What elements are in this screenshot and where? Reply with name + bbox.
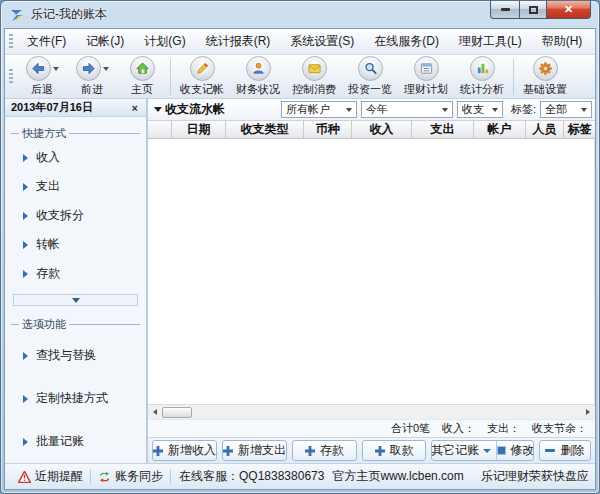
forward-button[interactable]: 前进 [67, 55, 117, 98]
minimize-button[interactable] [490, 1, 519, 19]
arrow-icon [23, 352, 28, 360]
window-controls: ✕ [490, 1, 591, 19]
bar-chart-icon [470, 56, 495, 81]
menu-item-bookkeeping[interactable]: 记帐(J) [76, 29, 134, 54]
deposit-button[interactable]: 存款 [292, 440, 357, 461]
summary-expense: 支出： [487, 421, 520, 436]
collapse-caret-icon[interactable] [154, 107, 162, 112]
finance-status-label: 财务状况 [236, 82, 280, 97]
panel-title: 收支流水帐 [165, 101, 277, 118]
scroll-right-icon[interactable] [581, 405, 595, 419]
period-filter[interactable]: 今年 [361, 101, 453, 118]
delete-label: 删除 [560, 442, 584, 459]
horizontal-scrollbar[interactable] [148, 404, 595, 419]
column-header-account[interactable]: 帐户 [474, 121, 526, 138]
sidebar-header: 2013年07月16日 × [5, 99, 146, 117]
table-header-row: 日期 收支类型 币种 收入 支出 帐户 人员 标签 [148, 120, 595, 139]
sidebar-item-income[interactable]: 收入 [5, 143, 146, 172]
column-header-person[interactable]: 人员 [526, 121, 564, 138]
forward-dropdown-caret-icon[interactable] [103, 67, 109, 71]
account-sync-button[interactable]: 账务同步 [91, 468, 170, 485]
scrollbar-thumb[interactable] [162, 407, 192, 418]
toolbar-separator [513, 59, 514, 95]
menu-item-tools[interactable]: 理财工具(L) [449, 29, 532, 54]
delete-button[interactable]: 删除 [539, 440, 591, 461]
sidebar-close-icon[interactable]: × [130, 102, 140, 114]
sidebar-item-transfer[interactable]: 转帐 [5, 230, 146, 259]
tag-filter-label: 标签: [511, 102, 536, 117]
finance-status-button[interactable]: 财务状况 [230, 55, 286, 98]
back-button[interactable]: 后退 [17, 55, 67, 98]
shortcuts-expander[interactable] [13, 294, 138, 306]
toolbar-separator [170, 59, 171, 95]
group-title-shortcuts: 快捷方式 [11, 126, 140, 141]
other-record-button[interactable]: 其它记账 [431, 441, 491, 460]
window-title: 乐记-我的账本 [31, 6, 107, 23]
sidebar-item-customize-shortcut[interactable]: 定制快捷方式 [5, 377, 146, 420]
add-income-label: 新增收入 [168, 442, 216, 459]
menu-item-reports[interactable]: 统计报表(R) [196, 29, 281, 54]
column-header-date[interactable]: 日期 [172, 121, 226, 138]
other-record-label: 其它记账 [431, 442, 479, 459]
modify-button[interactable]: 修改 [496, 441, 534, 460]
sidebar-item-batch-record[interactable]: 批量记账 [5, 420, 146, 463]
investment-overview-button[interactable]: 投资一览 [342, 55, 398, 98]
add-income-button[interactable]: 新增收入 [152, 440, 217, 461]
column-header-currency[interactable]: 币种 [304, 121, 352, 138]
maximize-button[interactable] [519, 1, 546, 19]
column-header-income[interactable]: 收入 [352, 121, 412, 138]
sidebar-item-find-replace[interactable]: 查找与替换 [5, 334, 146, 377]
title-bar[interactable]: 乐记-我的账本 ✕ [1, 1, 599, 28]
withdraw-button[interactable]: 取款 [362, 440, 427, 461]
calendar-icon [414, 56, 439, 81]
client-area: 文件(F) 记帐(J) 计划(G) 统计报表(R) 系统设置(S) 在线服务(D… [4, 28, 596, 490]
summary-total: 合计0笔 [391, 421, 430, 436]
recent-reminder-button[interactable]: 近期提醒 [11, 468, 90, 485]
financial-plan-button[interactable]: 理财计划 [398, 55, 454, 98]
plus-icon [375, 446, 385, 456]
menu-item-file[interactable]: 文件(F) [17, 29, 76, 54]
sidebar-item-label: 定制快捷方式 [36, 390, 108, 407]
column-header-expense[interactable]: 支出 [412, 121, 474, 138]
minus-icon [545, 449, 555, 452]
other-record-modify-group: 其它记账 修改 [431, 440, 533, 461]
type-filter[interactable]: 收支 [457, 101, 503, 118]
basic-settings-button[interactable]: 基础设置 [517, 55, 573, 98]
transactions-table-body[interactable] [148, 139, 595, 404]
menu-item-help[interactable]: 帮助(H) [532, 29, 593, 54]
account-filter[interactable]: 所有帐户 [281, 101, 357, 118]
scroll-left-icon[interactable] [148, 405, 162, 419]
sidebar-item-label: 存款 [36, 265, 60, 282]
sidebar: 2013年07月16日 × 快捷方式 收入 支出 收支拆分 [5, 99, 148, 463]
back-dropdown-caret-icon[interactable] [53, 67, 59, 71]
column-header-selector[interactable] [148, 121, 172, 138]
period-filter-value: 今年 [366, 102, 438, 117]
spending-control-button[interactable]: 控制消费 [286, 55, 342, 98]
home-label: 主页 [131, 82, 153, 97]
forward-label: 前进 [81, 82, 103, 97]
sidebar-item-split[interactable]: 收支拆分 [5, 201, 146, 230]
menu-item-plan[interactable]: 计划(G) [134, 29, 195, 54]
close-icon: ✕ [564, 4, 573, 15]
column-header-type[interactable]: 收支类型 [226, 121, 304, 138]
tag-filter[interactable]: 全部 [540, 101, 592, 118]
statistics-button[interactable]: 统计分析 [454, 55, 510, 98]
arrow-icon [23, 183, 28, 191]
menu-item-online-services[interactable]: 在线服务(D) [364, 29, 449, 54]
plus-icon [305, 446, 315, 456]
chevron-down-icon [492, 108, 498, 112]
arrow-icon [23, 212, 28, 220]
record-button[interactable]: 收支记帐 [174, 55, 230, 98]
homepage-link[interactable]: 官方主页www.lcben.com [332, 468, 471, 485]
home-button[interactable]: 主页 [117, 55, 167, 98]
sidebar-item-expense[interactable]: 支出 [5, 172, 146, 201]
close-button[interactable]: ✕ [546, 1, 591, 19]
online-service-text: 在线客服：QQ1838380673 [171, 468, 332, 485]
menu-item-settings[interactable]: 系统设置(S) [280, 29, 364, 54]
add-expense-button[interactable]: 新增支出 [222, 440, 287, 461]
home-icon [130, 56, 155, 81]
minimize-icon [501, 8, 510, 11]
column-header-tag[interactable]: 标签 [564, 121, 595, 138]
gear-icon [533, 56, 558, 81]
sidebar-item-deposit[interactable]: 存款 [5, 259, 146, 288]
